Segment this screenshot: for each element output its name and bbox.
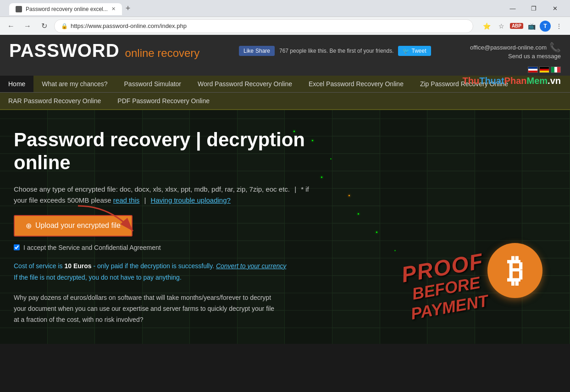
restore-button[interactable]: ❐	[523, 1, 544, 15]
site-header: PASSWORD online recovery Like Share 767 …	[0, 35, 570, 66]
extensions-button[interactable]: ⭐	[481, 20, 493, 33]
phone-icon: 📞	[549, 42, 561, 53]
minimize-button[interactable]: —	[502, 1, 523, 15]
hero-title: Password recovery | decryption online	[14, 128, 312, 175]
cost-info: Cost of service is 10 Euros - only paid …	[14, 260, 312, 283]
cost-amount: 10 Euros	[64, 262, 91, 270]
twitter-button[interactable]: 🐦 Tweet	[398, 46, 431, 56]
profile-button[interactable]: T	[540, 21, 551, 32]
nav-excel[interactable]: Excel Password Recovery Online	[300, 76, 412, 92]
email-text[interactable]: office@password-online.com	[470, 44, 547, 51]
tweet-label: Tweet	[411, 48, 426, 54]
new-tab-button[interactable]: +	[122, 2, 134, 15]
hero-section: Password recovery | decryption online Ch…	[0, 110, 570, 344]
adblock-badge: ABP	[510, 23, 523, 29]
nav-chances[interactable]: What are my chances?	[33, 76, 116, 92]
logo-subtitle: online recovery	[125, 47, 200, 60]
send-msg-text[interactable]: Send us a message	[508, 53, 561, 60]
nav-row-2: RAR Password Recovery Online PDF Passwor…	[0, 92, 570, 109]
nav-simulator[interactable]: Password Simulator	[116, 76, 190, 92]
watermark: ThuThuatPhanMem.vn	[463, 76, 561, 86]
separator-1: |	[294, 185, 298, 193]
fb-like-label: Like	[243, 48, 254, 54]
bitcoin-circle: ₿	[487, 243, 542, 298]
convert-currency-link[interactable]: Convert to your currency	[216, 262, 286, 270]
agreement-row: I accept the Service and Confidential Ag…	[14, 244, 312, 251]
hero-desc-1: Choose any type of encrypted file: doc, …	[14, 185, 290, 193]
cost-note: If the file is not decrypted, you do not…	[14, 274, 182, 281]
bookmark-button[interactable]: ☆	[495, 20, 508, 33]
fb-count-text: 767 people like this. Be the first of yo…	[279, 48, 393, 54]
tab-close-icon[interactable]: ✕	[111, 6, 116, 12]
trouble-uploading-link[interactable]: Having trouble uploading?	[151, 196, 231, 204]
fb-share-label: Share	[255, 48, 270, 54]
browser-tab[interactable]: Password recovery online excel... ✕	[9, 3, 122, 15]
hero-content: Password recovery | decryption online Ch…	[14, 128, 312, 326]
nav-pdf[interactable]: PDF Password Recovery Online	[109, 93, 218, 109]
logo-section: PASSWORD online recovery	[9, 40, 199, 61]
nav-word[interactable]: Word Password Recovery Online	[189, 76, 300, 92]
forward-button[interactable]: →	[21, 20, 34, 33]
close-button[interactable]: ✕	[544, 1, 565, 15]
hero-bottom-text: Why pay dozens of euros/dollars on softw…	[14, 293, 280, 325]
url-text: https://www.password-online.com/index.ph…	[71, 22, 187, 29]
flag-uk[interactable]	[528, 66, 538, 73]
contact-section: office@password-online.com 📞 Send us a m…	[470, 42, 561, 60]
site-navigation: Home What are my chances? Password Simul…	[0, 76, 570, 110]
agreement-label: I accept the Service and Confidential Ag…	[23, 244, 161, 251]
flag-germany[interactable]	[539, 66, 549, 73]
hero-description: Choose any type of encrypted file: doc, …	[14, 184, 312, 206]
twitter-bird-icon: 🐦	[403, 48, 410, 54]
tab-title: Password recovery online excel...	[26, 6, 108, 12]
cast-button[interactable]: 📺	[525, 20, 538, 33]
social-section: Like Share 767 people like this. Be the …	[239, 46, 431, 56]
flag-italy[interactable]	[551, 66, 561, 73]
nav-home[interactable]: Home	[0, 76, 33, 92]
agreement-checkbox[interactable]	[14, 244, 20, 250]
bitcoin-badge: ₿	[487, 243, 542, 298]
red-arrow-svg	[73, 201, 147, 238]
nav-rar[interactable]: RAR Password Recovery Online	[0, 93, 109, 109]
bitcoin-symbol: ₿	[507, 254, 523, 287]
cost-prefix: Cost of service is	[14, 262, 64, 270]
hero-desc-3: Having trouble uploading?	[151, 196, 231, 204]
address-bar[interactable]: 🔒 https://www.password-online.com/index.…	[54, 19, 473, 33]
facebook-like-button[interactable]: Like Share	[239, 46, 275, 56]
menu-button[interactable]: ⋮	[553, 20, 565, 33]
back-button[interactable]: ←	[5, 20, 17, 33]
upload-icon: ⊕	[26, 221, 32, 230]
logo-main: PASSWORD	[9, 40, 120, 61]
cost-suffix: - only paid if the decryption is success…	[92, 262, 214, 270]
flags-row	[0, 66, 570, 76]
lock-icon: 🔒	[61, 23, 68, 29]
refresh-button[interactable]: ↻	[38, 20, 50, 33]
tab-favicon	[16, 6, 22, 12]
